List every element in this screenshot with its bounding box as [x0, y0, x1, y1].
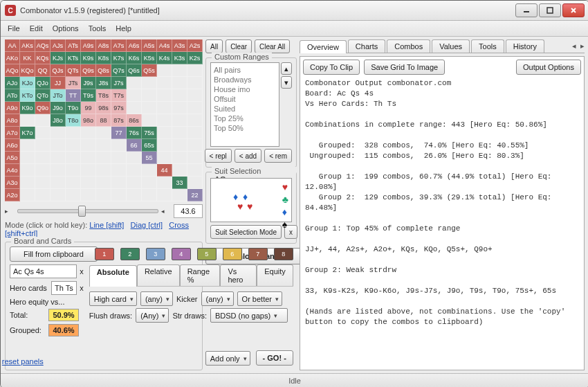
suit-selection-box[interactable]: ♥ ♣ ♦ ♠ ♦ ♦ ♥ ♥ — [210, 178, 292, 222]
slider-right-icon[interactable]: ◂ — [161, 208, 171, 215]
board-clear-x[interactable]: x — [80, 267, 84, 276]
grid-cell[interactable] — [142, 177, 157, 189]
subtab-relative[interactable]: Relative — [137, 264, 180, 286]
grid-cell[interactable] — [20, 177, 35, 189]
grid-cell[interactable] — [142, 189, 157, 201]
grid-cell[interactable]: A7s — [111, 39, 127, 52]
subtab-equity[interactable]: Equity — [257, 264, 293, 286]
grid-cell[interactable] — [20, 139, 35, 152]
grid-cell[interactable] — [172, 77, 187, 89]
grid-cell[interactable]: 99 — [81, 102, 96, 114]
grid-cell[interactable] — [81, 139, 96, 152]
grid-cell[interactable]: AJo — [5, 77, 20, 89]
tab-charts[interactable]: Charts — [348, 39, 385, 53]
grid-cell[interactable]: T8s — [96, 89, 111, 102]
flush-select[interactable]: (Any) — [136, 308, 169, 323]
grid-cell[interactable] — [127, 189, 142, 201]
grid-cell[interactable]: AA — [5, 39, 20, 52]
range-list-item[interactable]: All pairs — [214, 65, 276, 75]
grid-cell[interactable] — [111, 164, 127, 177]
grid-cell[interactable] — [187, 114, 203, 127]
menu-edit[interactable]: Edit — [30, 24, 43, 33]
grid-cell[interactable] — [172, 152, 187, 164]
hand-grid[interactable]: AAAKsAQsAJsATsA9sA8sA7sA6sA5sA4sA3sA2sAK… — [5, 39, 203, 201]
maximize-button[interactable] — [539, 3, 561, 17]
subtab-vs-hero[interactable]: Vs hero — [220, 264, 257, 286]
grid-cell[interactable] — [81, 177, 96, 189]
club-icon[interactable]: ♣ — [282, 194, 288, 205]
grid-cell[interactable]: A9s — [81, 39, 96, 52]
suit-mode-button[interactable]: Suit Selection Mode — [210, 225, 282, 239]
grid-cell[interactable] — [96, 127, 111, 139]
range-up-button[interactable]: ▴ — [281, 62, 292, 75]
grid-cell[interactable] — [172, 114, 187, 127]
grid-cell[interactable] — [187, 139, 203, 152]
grid-cell[interactable]: JJ — [50, 77, 66, 89]
grid-cell[interactable]: T9s — [81, 89, 96, 102]
grid-cell[interactable] — [142, 77, 157, 89]
grid-cell[interactable]: K7o — [20, 127, 35, 139]
grid-cell[interactable]: T7s — [111, 89, 127, 102]
grid-cell[interactable] — [96, 164, 111, 177]
grid-cell[interactable] — [35, 164, 50, 177]
grid-cell[interactable] — [96, 152, 111, 164]
range-list-item[interactable]: House imo — [214, 84, 276, 94]
grid-cell[interactable] — [50, 152, 66, 164]
save-grid-image-button[interactable]: Save Grid To Image — [364, 60, 445, 75]
group-swatch-6[interactable]: 6 — [223, 248, 242, 260]
grid-cell[interactable]: A3o — [5, 177, 20, 189]
grid-cell[interactable] — [127, 152, 142, 164]
tab-next-icon[interactable]: ▸ — [580, 42, 585, 51]
grid-cell[interactable] — [172, 139, 187, 152]
grid-cell[interactable]: KQo — [20, 64, 35, 77]
group-swatch-8[interactable]: 8 — [274, 248, 293, 260]
subtab-absolute[interactable]: Absolute — [89, 265, 137, 287]
grid-cell[interactable] — [157, 127, 172, 139]
grid-cell[interactable]: 65s — [142, 139, 157, 152]
grid-cell[interactable] — [187, 77, 203, 89]
menu-tools[interactable]: Tools — [89, 24, 107, 33]
range-add-button[interactable]: < add — [235, 149, 261, 163]
grid-cell[interactable] — [187, 164, 203, 177]
menu-options[interactable]: Options — [53, 24, 79, 33]
group-swatch-5[interactable]: 5 — [197, 248, 217, 260]
range-list-item[interactable]: Top 25% — [214, 114, 276, 123]
group-swatch-2[interactable]: 2 — [120, 248, 140, 260]
grid-cell[interactable] — [157, 77, 172, 89]
grid-cell[interactable] — [66, 177, 81, 189]
grid-cell[interactable] — [20, 152, 35, 164]
grid-cell[interactable]: ATo — [5, 89, 20, 102]
grid-cell[interactable]: A8o — [5, 114, 20, 127]
grid-cell[interactable] — [142, 102, 157, 114]
range-list-item[interactable]: Top 50% — [214, 123, 276, 133]
grid-cell[interactable]: AKo — [5, 52, 20, 64]
range-slider[interactable] — [17, 209, 158, 213]
grid-cell[interactable]: 88 — [96, 114, 111, 127]
grid-cell[interactable] — [50, 127, 66, 139]
grid-cell[interactable]: J8o — [50, 114, 66, 127]
grid-cell[interactable] — [20, 189, 35, 201]
subtab-range-%[interactable]: Range % — [180, 264, 221, 286]
grid-cell[interactable] — [50, 139, 66, 152]
grid-cell[interactable]: 87s — [111, 114, 127, 127]
highcard-select[interactable]: High card — [89, 291, 137, 306]
grid-cell[interactable] — [96, 139, 111, 152]
grid-cell[interactable] — [50, 189, 66, 201]
group-swatch-7[interactable]: 7 — [248, 248, 268, 260]
grid-cell[interactable] — [142, 164, 157, 177]
range-down-button[interactable]: ▾ — [281, 76, 292, 89]
grid-cell[interactable]: KTo — [20, 89, 35, 102]
grid-cell[interactable] — [66, 127, 81, 139]
grid-cell[interactable] — [35, 152, 50, 164]
grid-cell[interactable]: AQo — [5, 64, 20, 77]
grid-cell[interactable] — [35, 177, 50, 189]
grid-cell[interactable] — [157, 89, 172, 102]
custom-ranges-list[interactable]: All pairsBroadwaysHouse imoOffsuitSuited… — [210, 62, 279, 147]
clear-button[interactable]: Clear — [226, 39, 252, 53]
grid-cell[interactable]: J8s — [96, 77, 111, 89]
clearall-button[interactable]: Clear All — [255, 39, 290, 53]
orbetter-select[interactable]: Or better — [237, 291, 282, 306]
grid-cell[interactable] — [157, 189, 172, 201]
grid-cell[interactable] — [187, 177, 203, 189]
grid-cell[interactable] — [81, 152, 96, 164]
